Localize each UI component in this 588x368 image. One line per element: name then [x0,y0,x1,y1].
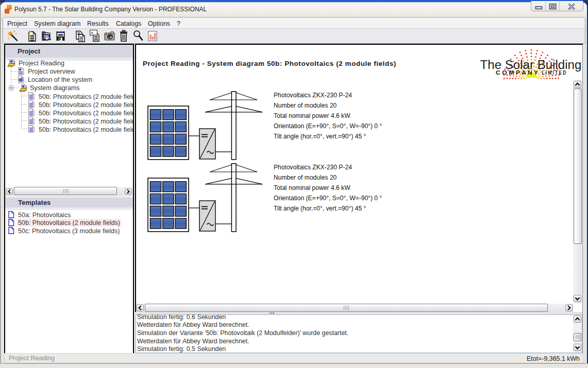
svg-text:L I M I T E D: L I M I T E D [542,70,566,76]
svg-text:The Solar Building: The Solar Building [480,58,582,72]
svg-text:C O M P A N Y: C O M P A N Y [496,70,538,76]
svg-text:X...: X... [91,31,97,36]
